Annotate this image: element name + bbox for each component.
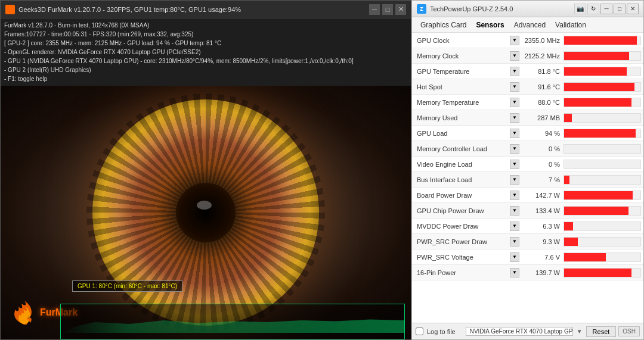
sensor-bar xyxy=(564,207,628,215)
sensor-bar-container xyxy=(564,160,641,169)
sensor-dropdown[interactable]: ▼ xyxy=(510,98,519,107)
sensor-bar xyxy=(564,129,636,138)
table-row: PWR_SRC Voltage▼7.6 V xyxy=(412,249,643,265)
sensor-dropdown[interactable]: ▼ xyxy=(510,36,519,45)
furmark-window: Geeks3D FurMark v1.20.7.0 - 320FPS, GPU1… xyxy=(0,0,411,340)
sensors-table: GPU Clock▼2355.0 MHzMemory Clock▼2125.2 … xyxy=(412,33,643,323)
minimize-button[interactable]: ─ xyxy=(369,4,380,15)
footer-dropdown-icon[interactable]: ▼ xyxy=(575,328,584,335)
tab-graphics-card[interactable]: Graphics Card xyxy=(416,20,471,30)
table-row: Hot Spot▼91.6 °C xyxy=(412,79,643,95)
sensor-value: 2125.2 MHz xyxy=(522,52,564,60)
sensor-bar xyxy=(564,83,634,91)
sensor-value: 9.3 W xyxy=(522,238,564,245)
sensor-name: Video Engine Load xyxy=(414,161,510,168)
sensor-bar-container xyxy=(564,252,641,262)
table-row: Board Power Draw▼142.7 W xyxy=(412,188,643,203)
close-button[interactable]: ✕ xyxy=(395,4,406,15)
sensor-name: Bus Interface Load xyxy=(414,176,510,183)
sensor-dropdown[interactable]: ▼ xyxy=(510,252,519,262)
sensor-value: 7 % xyxy=(522,176,564,183)
sensor-name: Memory Controller Load xyxy=(414,145,510,152)
info-line-5: - GPU 1 (NVIDIA GeForce RTX 4070 Laptop … xyxy=(4,57,407,65)
table-row: MVDDC Power Draw▼6.3 W xyxy=(412,219,643,234)
sensor-dropdown[interactable]: ▼ xyxy=(510,160,519,169)
log-to-file-checkbox[interactable] xyxy=(416,327,423,335)
sensor-bar xyxy=(564,67,627,76)
furmark-titlebar: Geeks3D FurMark v1.20.7.0 - 320FPS, GPU1… xyxy=(1,1,411,18)
sensor-bar-container xyxy=(564,222,641,231)
reset-button[interactable]: Reset xyxy=(586,326,617,337)
sensor-value: 142.7 W xyxy=(522,192,564,199)
sensor-name: Memory Used xyxy=(414,114,510,121)
sensor-value: 94 % xyxy=(522,130,564,137)
sensor-dropdown[interactable]: ▼ xyxy=(510,129,519,138)
sensor-name: PWR_SRC Power Draw xyxy=(414,238,510,245)
sensor-dropdown[interactable]: ▼ xyxy=(510,268,519,277)
furmark-render-canvas: GPU 1: 80°C (min: 60°C - max: 81°C) FurM… xyxy=(1,86,411,339)
maximize-button[interactable]: □ xyxy=(382,4,393,15)
gpuz-maximize-button[interactable]: □ xyxy=(614,4,626,14)
gpuz-titlebar: Z TechPowerUp GPU-Z 2.54.0 📷 ↻ ─ □ ✕ xyxy=(412,1,643,17)
table-row: Memory Clock▼2125.2 MHz xyxy=(412,48,643,64)
info-line-2: Frames:107727 - time:00:05:31 - FPS:320 … xyxy=(4,30,407,39)
tab-advanced[interactable]: Advanced xyxy=(509,20,550,30)
info-line-3: [ GPU-2 ] core: 2355 MHz - mem: 2125 MHz… xyxy=(4,39,407,48)
table-row: Memory Controller Load▼0 % xyxy=(412,141,643,157)
furmark-app-icon xyxy=(5,5,15,14)
sensor-value: 81.8 °C xyxy=(522,68,564,75)
sensor-bar xyxy=(564,114,572,122)
sensor-bar-container xyxy=(564,206,641,216)
sensor-value: 6.3 W xyxy=(522,223,564,230)
table-row: Memory Used▼287 MB xyxy=(412,110,643,126)
tab-validation[interactable]: Validation xyxy=(550,20,591,30)
sensor-bar xyxy=(564,269,631,277)
sensor-dropdown[interactable]: ▼ xyxy=(510,51,519,61)
sensor-dropdown[interactable]: ▼ xyxy=(510,82,519,92)
sensor-name: GPU Load xyxy=(414,130,510,137)
furmark-titlebar-buttons: ─ □ ✕ xyxy=(369,4,406,15)
sensor-bar xyxy=(564,191,633,199)
sensor-bar xyxy=(564,176,569,184)
sensor-bar-container xyxy=(564,67,641,76)
sensor-dropdown[interactable]: ▼ xyxy=(510,237,519,247)
gpuz-window-title: TechPowerUp GPU-Z 2.54.0 xyxy=(430,5,574,13)
sensor-bar-container xyxy=(564,144,641,154)
sensor-value: 139.7 W xyxy=(522,269,564,276)
eye-pupil xyxy=(176,183,236,242)
gpuz-titlebar-buttons: 📷 ↻ ─ □ ✕ xyxy=(574,4,639,14)
gpuz-minimize-button[interactable]: ─ xyxy=(600,4,612,14)
sensor-bar-container xyxy=(564,268,641,277)
sensor-bar-container xyxy=(564,98,641,107)
table-row: GPU Temperature▼81.8 °C xyxy=(412,64,643,79)
furmark-eye-outer xyxy=(92,99,319,326)
sensor-dropdown[interactable]: ▼ xyxy=(510,175,519,185)
sensor-bar-container xyxy=(564,113,641,123)
sensor-dropdown[interactable]: ▼ xyxy=(510,206,519,216)
gpuz-refresh-icon[interactable]: ↻ xyxy=(587,4,599,14)
tab-sensors[interactable]: Sensors xyxy=(471,20,509,30)
table-row: GPU Clock▼2355.0 MHz xyxy=(412,33,643,48)
sensor-value: 88.0 °C xyxy=(522,99,564,106)
sensor-bar-container xyxy=(564,51,641,61)
sensor-dropdown[interactable]: ▼ xyxy=(510,191,519,200)
sensor-name: PWR_SRC Voltage xyxy=(414,254,510,261)
sensor-name: 16-Pin Power xyxy=(414,269,510,276)
info-line-7: - F1: toggle help xyxy=(4,74,407,83)
sensor-value: 2355.0 MHz xyxy=(522,37,564,44)
gpuz-app-icon: Z xyxy=(417,4,426,14)
gpuz-camera-icon[interactable]: 📷 xyxy=(574,4,586,14)
gpuz-tab-bar: Graphics Card Sensors Advanced Validatio… xyxy=(412,17,643,33)
sensor-name: Hot Spot xyxy=(414,83,510,91)
info-line-4: - OpenGL renderer: NVIDIA GeForce RTX 40… xyxy=(4,48,407,57)
sensor-dropdown[interactable]: ▼ xyxy=(510,144,519,154)
oshi-button[interactable]: OSH xyxy=(618,326,640,336)
sensor-bar-container xyxy=(564,237,641,247)
gpuz-close-button[interactable]: ✕ xyxy=(627,4,639,14)
sensor-dropdown[interactable]: ▼ xyxy=(510,222,519,231)
gpuz-window: Z TechPowerUp GPU-Z 2.54.0 📷 ↻ ─ □ ✕ Gra… xyxy=(411,0,644,340)
table-row: Video Engine Load▼0 % xyxy=(412,157,643,172)
table-row: GPU Chip Power Draw▼133.4 W xyxy=(412,203,643,219)
sensor-dropdown[interactable]: ▼ xyxy=(510,67,519,76)
sensor-dropdown[interactable]: ▼ xyxy=(510,113,519,123)
